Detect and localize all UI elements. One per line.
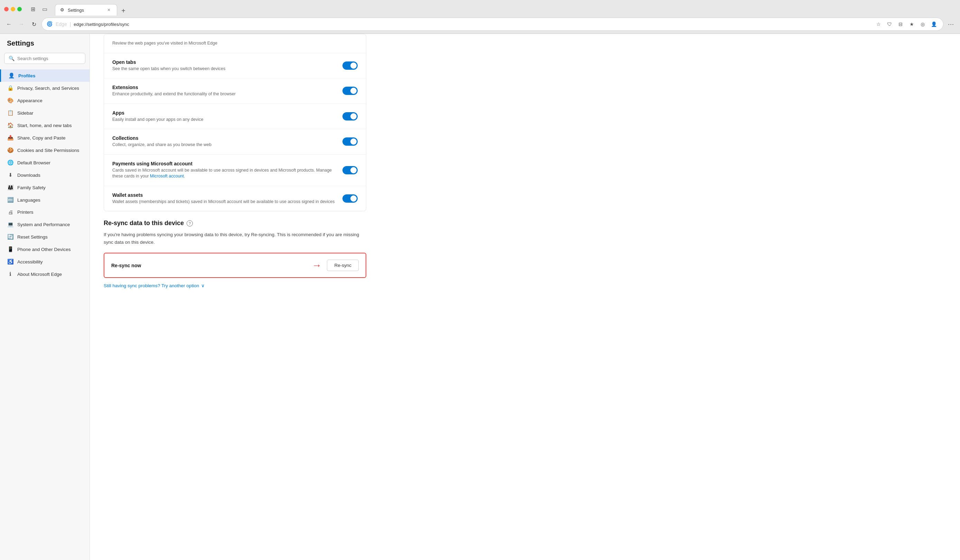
sidebar-item-label: Phone and Other Devices [17, 247, 71, 252]
sync-item-extensions-desc: Enhance productivity, and extend the fun… [112, 91, 342, 97]
payments-toggle[interactable] [342, 166, 358, 174]
collections-icon[interactable]: ★ [907, 20, 916, 29]
minimize-button[interactable] [11, 7, 15, 11]
resync-title: Re-sync data to this device [104, 220, 184, 227]
appearance-icon: 🎨 [7, 97, 14, 104]
sync-item-payments-desc: Cards saved in Microsoft account will be… [112, 168, 342, 180]
traffic-lights [4, 7, 22, 11]
split-screen-icon[interactable]: ⊟ [896, 20, 905, 29]
sync-item-apps-text: Apps Easily install and open your apps o… [112, 110, 342, 123]
apps-slider [342, 112, 358, 121]
sidebar-item-label: Printers [17, 209, 34, 215]
payments-desc-before: Cards saved in Microsoft account will be… [112, 168, 332, 179]
sidebar-item-languages[interactable]: 🔤 Languages [0, 194, 90, 206]
address-icons: ☆ 🛡 ⊟ ★ ◎ 👤 [874, 20, 938, 29]
sidebar-item-appearance[interactable]: 🎨 Appearance [0, 94, 90, 107]
sidebar-icon: 📋 [7, 110, 14, 116]
sync-item-apps: Apps Easily install and open your apps o… [104, 104, 366, 129]
sidebar-item-label: Start, home, and new tabs [17, 123, 72, 128]
extensions-slider [342, 87, 358, 95]
profile-icon[interactable]: 👤 [929, 20, 938, 29]
sidebar-item-accessibility[interactable]: ♿ Accessibility [0, 255, 90, 268]
search-box[interactable]: 🔍 [4, 53, 85, 64]
reload-button[interactable]: ↻ [29, 19, 39, 29]
sidebar-item-phone-devices[interactable]: 📱 Phone and Other Devices [0, 243, 90, 255]
sidebar-item-label: Profiles [18, 73, 35, 78]
sync-problems-link[interactable]: Still having sync problems? Try another … [104, 283, 366, 288]
sidebar-item-share-copy[interactable]: 📤 Share, Copy and Paste [0, 132, 90, 144]
sidebar-item-about[interactable]: ℹ About Microsoft Edge [0, 268, 90, 280]
profiles-icon: 👤 [8, 72, 15, 79]
sidebar-item-profiles[interactable]: 👤 Profiles [0, 69, 90, 82]
collections-toggle[interactable] [342, 137, 358, 146]
back-button[interactable]: ← [4, 19, 14, 29]
sidebar-item-downloads[interactable]: ⬇ Downloads [0, 169, 90, 181]
content-inner: Review the web pages you've visited in M… [90, 34, 380, 302]
sync-item-wallet: Wallet assets Wallet assets (memberships… [104, 186, 366, 211]
sync-problems-text: Still having sync problems? Try another … [104, 283, 199, 288]
help-icon[interactable]: ? [187, 220, 193, 227]
shield-icon[interactable]: 🛡 [885, 20, 894, 29]
address-text[interactable]: edge://settings/profiles/sync [74, 22, 871, 27]
sidebar-item-label: Family Safety [17, 185, 46, 190]
payments-desc-after: . [184, 174, 185, 179]
extensions-toggle[interactable] [342, 87, 358, 95]
search-icon: 🔍 [9, 56, 14, 61]
resync-label: Re-sync now [111, 263, 312, 268]
search-input[interactable] [17, 56, 81, 61]
open-tabs-toggle[interactable] [342, 61, 358, 70]
sidebar-item-printers[interactable]: 🖨 Printers [0, 206, 90, 218]
browser-icons-left: ⊞ ▭ [28, 5, 50, 14]
settings-tab[interactable]: ⚙ Settings ✕ [55, 4, 117, 16]
privacy-icon: 🔒 [7, 85, 14, 91]
family-safety-icon: 👨‍👩‍👧 [7, 184, 14, 191]
sync-item-open-tabs: Open tabs See the same open tabs when yo… [104, 53, 366, 79]
sync-item-wallet-title: Wallet assets [112, 192, 342, 198]
home-icon: 🏠 [7, 122, 14, 128]
tab-group-icon[interactable]: ⊞ [28, 5, 38, 14]
content-area: Review the web pages you've visited in M… [90, 34, 960, 560]
sync-item-payments-title: Payments using Microsoft account [112, 161, 342, 166]
sidebar-title: Settings [0, 39, 90, 53]
reset-icon: 🔄 [7, 234, 14, 240]
payments-slider [342, 166, 358, 174]
vertical-tabs-icon[interactable]: ▭ [40, 5, 50, 14]
new-tab-button[interactable]: + [118, 6, 128, 16]
sidebar-item-label: System and Performance [17, 222, 70, 227]
sidebar-item-reset-settings[interactable]: 🔄 Reset Settings [0, 231, 90, 243]
maximize-button[interactable] [17, 7, 22, 11]
favorites-icon[interactable]: ☆ [874, 20, 883, 29]
sidebar-item-label: Privacy, Search, and Services [17, 86, 79, 91]
system-icon: 💻 [7, 221, 14, 228]
sync-item-collections: Collections Collect, organize, and share… [104, 129, 366, 155]
sidebar-item-label: About Microsoft Edge [17, 272, 62, 277]
about-icon: ℹ [7, 271, 14, 277]
more-options-button[interactable]: ··· [946, 19, 956, 29]
resync-button[interactable]: Re-sync [327, 260, 359, 271]
edge-label: Edge [56, 21, 67, 27]
sync-item-wallet-desc: Wallet assets (memberships and tickets) … [112, 199, 342, 205]
browser-chrome: ⊞ ▭ ⚙ Settings ✕ + ← → ↻ 🌀 Edge | edge:/… [0, 0, 960, 34]
sync-item-wallet-text: Wallet assets Wallet assets (memberships… [112, 192, 342, 205]
sidebar-item-default-browser[interactable]: 🌐 Default Browser [0, 156, 90, 169]
sidebar-item-label: Downloads [17, 172, 40, 178]
sidebar-item-privacy[interactable]: 🔒 Privacy, Search, and Services [0, 82, 90, 94]
forward-button[interactable]: → [17, 19, 26, 29]
default-browser-icon: 🌐 [7, 160, 14, 166]
sync-item-open-tabs-desc: See the same open tabs when you switch b… [112, 66, 342, 72]
wallet-toggle[interactable] [342, 195, 358, 203]
separator: | [70, 21, 71, 27]
sync-item-collections-text: Collections Collect, organize, and share… [112, 136, 342, 148]
languages-icon: 🔤 [7, 197, 14, 203]
sidebar-item-sidebar[interactable]: 📋 Sidebar [0, 107, 90, 119]
sidebar-item-family-safety[interactable]: 👨‍👩‍👧 Family Safety [0, 181, 90, 194]
sidebar-item-start-home[interactable]: 🏠 Start, home, and new tabs [0, 119, 90, 132]
browser-essentials-icon[interactable]: ◎ [918, 20, 927, 29]
microsoft-account-link[interactable]: Microsoft account [150, 174, 184, 179]
close-button[interactable] [4, 7, 9, 11]
apps-toggle[interactable] [342, 112, 358, 121]
cookies-icon: 🍪 [7, 147, 14, 153]
sidebar-item-cookies[interactable]: 🍪 Cookies and Site Permissions [0, 144, 90, 156]
sidebar-item-system-performance[interactable]: 💻 System and Performance [0, 218, 90, 231]
tab-close-button[interactable]: ✕ [106, 7, 112, 13]
